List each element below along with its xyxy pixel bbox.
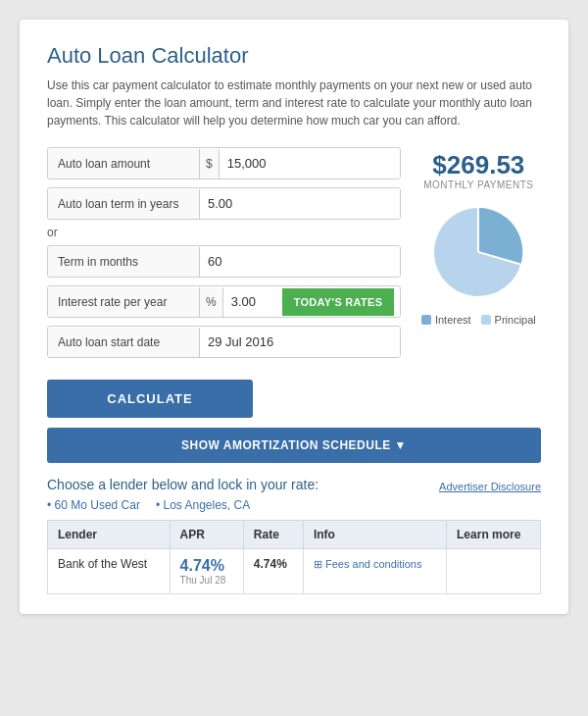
calculator-card: Auto Loan Calculator Use this car paymen… (20, 20, 568, 614)
page-description: Use this car payment calculator to estim… (47, 77, 541, 129)
loan-term-row: Auto loan term in years (47, 187, 401, 220)
lender-header-row: Choose a lender below and lock in your r… (47, 477, 541, 492)
loan-term-input[interactable] (200, 188, 400, 219)
start-date-label: Auto loan start date (48, 328, 200, 357)
term-months-input[interactable] (200, 246, 400, 277)
interest-input[interactable] (223, 286, 282, 317)
choose-lender-text: Choose a lender below and lock in your r… (47, 477, 318, 492)
todays-rates-button[interactable]: TODAY'S RATES (282, 288, 395, 316)
lender-rate: 4.74% (243, 549, 303, 594)
filter-row: 60 Mo Used Car Los Angeles, CA (47, 498, 541, 512)
calculate-button[interactable]: CALCULATE (47, 380, 253, 418)
col-apr: APR (170, 521, 243, 549)
lender-apr: 4.74% Thu Jul 28 (170, 549, 243, 594)
start-date-row: Auto loan start date (47, 326, 401, 358)
term-months-label: Term in months (48, 247, 200, 277)
col-learn: Learn more (447, 521, 541, 549)
pie-chart (424, 198, 532, 306)
lender-table: Lender APR Rate Info Learn more Bank of … (47, 520, 541, 594)
currency-symbol: $ (200, 149, 220, 179)
lender-name: Bank of the West (48, 549, 171, 594)
page-title: Auto Loan Calculator (47, 43, 541, 69)
filter-tag-location: Los Angeles, CA (156, 498, 250, 512)
form-section: Auto loan amount $ Auto loan term in yea… (47, 147, 401, 366)
lender-section: Choose a lender below and lock in your r… (47, 477, 541, 594)
loan-amount-label: Auto loan amount (48, 149, 200, 179)
interest-legend: Interest (421, 314, 471, 326)
loan-term-label: Auto loan term in years (48, 189, 200, 219)
interest-label: Interest (435, 314, 471, 326)
principal-legend: Principal (481, 314, 536, 326)
interest-rate-row: Interest rate per year % TODAY'S RATES (47, 285, 401, 318)
loan-amount-row: Auto loan amount $ (47, 147, 401, 179)
start-date-input[interactable] (200, 327, 400, 357)
table-row: Bank of the West 4.74% Thu Jul 28 4.74% … (48, 549, 541, 594)
principal-label: Principal (495, 314, 536, 326)
apr-value: 4.74% (180, 557, 233, 575)
filter-tag-car: 60 Mo Used Car (47, 498, 140, 512)
loan-amount-input[interactable] (220, 148, 400, 179)
percent-symbol: % (200, 287, 223, 317)
main-area: Auto loan amount $ Auto loan term in yea… (47, 147, 541, 366)
chart-section: $269.53 MONTHLY PAYMENTS Interest (416, 147, 541, 366)
col-rate: Rate (243, 521, 303, 549)
amortization-button[interactable]: SHOW AMORTIZATION SCHEDULE ▼ (47, 428, 541, 463)
monthly-label: MONTHLY PAYMENTS (423, 179, 533, 190)
principal-dot (481, 315, 491, 325)
interest-dot (421, 315, 431, 325)
lender-info: Fees and conditions (303, 549, 446, 594)
advertiser-disclosure-link[interactable]: Advertiser Disclosure (439, 481, 541, 492)
monthly-amount: $269.53 (432, 151, 524, 179)
term-months-row: Term in months (47, 245, 401, 278)
lender-learn-more (447, 549, 541, 594)
table-header-row: Lender APR Rate Info Learn more (48, 521, 541, 549)
col-info: Info (303, 521, 446, 549)
or-label: or (47, 226, 401, 239)
chart-legend: Interest Principal (421, 314, 536, 326)
rate-value: 4.74% (254, 557, 287, 571)
interest-label: Interest rate per year (48, 287, 200, 317)
col-lender: Lender (48, 521, 171, 549)
apr-date: Thu Jul 28 (180, 575, 233, 586)
fees-link[interactable]: Fees and conditions (314, 558, 422, 570)
